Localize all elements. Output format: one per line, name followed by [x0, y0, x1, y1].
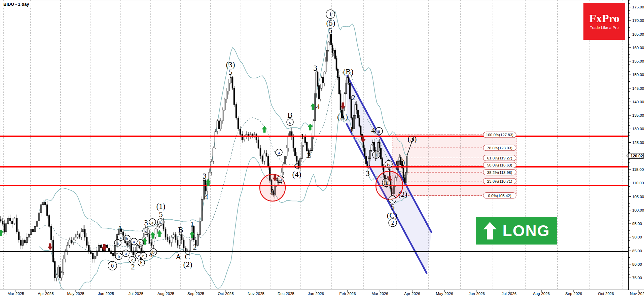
- bollinger-bands: [39, 11, 407, 292]
- circled-wave-label: c: [145, 229, 147, 234]
- time-tick-label: Oct-2026: [598, 292, 614, 296]
- fib-level-label: 78.6%(123.03): [487, 146, 512, 150]
- time-tick-label: Sep-2026: [565, 292, 582, 296]
- candle-body: [24, 240, 26, 243]
- wave-label: 1: [300, 132, 305, 141]
- time-tick-label: Mar-2026: [371, 292, 388, 296]
- candle-body: [69, 240, 70, 245]
- candle-body: [406, 156, 408, 172]
- buy-arrow-icon: [0, 229, 3, 236]
- candle-body: [42, 202, 44, 205]
- plot-frame: [0, 0, 629, 290]
- candle-body: [313, 121, 314, 137]
- time-tick-label: Feb-2026: [339, 292, 356, 296]
- candle-body: [284, 156, 286, 164]
- candle-body: [404, 178, 405, 183]
- candle-body: [355, 105, 356, 115]
- candle-body: [305, 137, 306, 142]
- candle-body: [169, 240, 170, 243]
- candle-body: [236, 105, 237, 118]
- candle-body: [357, 110, 359, 118]
- candle-body: [14, 218, 15, 224]
- candle-body: [373, 143, 375, 151]
- wave-label: 4: [204, 193, 208, 201]
- circled-wave-label: c: [160, 220, 162, 225]
- candle-body: [71, 240, 72, 243]
- candle-body: [86, 237, 87, 245]
- circled-wave-label: 0: [111, 263, 114, 269]
- candle-body: [94, 256, 96, 259]
- candle-body: [347, 77, 348, 83]
- circled-wave-label: c: [120, 235, 122, 240]
- candle-body: [179, 234, 180, 245]
- candle-body: [336, 59, 337, 69]
- candle-body: [240, 129, 241, 134]
- candle-body: [224, 99, 225, 110]
- price-tick-label: 110.00: [632, 181, 644, 185]
- circled-wave-label: a: [117, 240, 119, 246]
- time-tick-label: Dec-2025: [278, 292, 294, 296]
- sell-arrow-icon: [48, 244, 52, 250]
- time-tick-label: Aug-2025: [157, 292, 174, 296]
- candle-body: [220, 121, 221, 129]
- wave-label: 2: [193, 243, 197, 251]
- candle-body: [252, 134, 253, 136]
- candle-body: [314, 94, 316, 121]
- candle-body: [82, 229, 84, 232]
- wave-label: C: [185, 253, 190, 261]
- candle-body: [286, 148, 287, 156]
- price-tick-label: 145.00: [632, 86, 644, 90]
- wave-label: A: [176, 253, 181, 261]
- price-axis[interactable]: 75.0080.0085.0090.0095.00100.00105.00110…: [629, 0, 644, 298]
- candle-body: [333, 50, 334, 53]
- candle-body: [52, 240, 54, 261]
- candle-body: [228, 83, 229, 91]
- circled-wave-label: iii: [384, 180, 389, 186]
- wave-label: 2: [131, 263, 135, 271]
- candle-body: [129, 243, 130, 245]
- candle-body: [244, 137, 245, 140]
- wave-label: A: [270, 187, 276, 196]
- fib-level-label: 0.0%(105.42): [488, 194, 511, 198]
- wave-label: 5: [228, 68, 232, 76]
- fib-level-label: 50.0%(116.63): [487, 163, 512, 167]
- circled-wave-label: i: [375, 152, 377, 157]
- time-tick-label: May-2025: [67, 292, 84, 296]
- candle-body: [356, 105, 357, 110]
- candle-body: [151, 243, 152, 245]
- candle-body: [369, 151, 371, 159]
- time-axis[interactable]: Mar-2025Apr-2025May-2025Jun-2025Jul-2025…: [0, 290, 644, 298]
- price-chart[interactable]: 12345(1)BAC(2)1234(3)5B12C(4)A34(5)5(B)(…: [0, 0, 644, 298]
- wave-label: (1): [156, 202, 166, 211]
- candle-body: [222, 110, 223, 121]
- candle-body: [340, 94, 341, 110]
- price-axis-bg[interactable]: [629, 0, 644, 298]
- candle-body: [266, 153, 267, 156]
- chart-window: 12345(1)BAC(2)1234(3)5B12C(4)A34(5)5(B)(…: [0, 0, 644, 298]
- candle-body: [379, 143, 380, 148]
- candle-body: [344, 94, 345, 107]
- buy-arrow-icon: [150, 232, 155, 238]
- fib-level-label: 61.8%(119.27): [487, 156, 512, 160]
- wave-label: (B): [343, 68, 354, 76]
- circled-wave-label: a: [125, 251, 127, 256]
- candle-body: [403, 168, 404, 178]
- candle-body: [167, 237, 168, 240]
- wave-label: 4: [371, 126, 375, 135]
- candle-body: [38, 213, 40, 221]
- price-tick-label: 90.00: [632, 235, 642, 239]
- candle-body: [2, 221, 3, 224]
- candle-body: [242, 134, 243, 140]
- candle-body: [317, 72, 318, 85]
- time-tick-label: Sep-2025: [187, 292, 204, 296]
- wave-label: 5: [391, 203, 395, 211]
- candle-body: [73, 240, 74, 243]
- candle-body: [294, 148, 296, 156]
- up-arrow-icon: [483, 222, 497, 239]
- candle-body: [301, 145, 302, 159]
- circled-wave-label: c: [138, 253, 140, 258]
- circled-wave-label: a: [151, 220, 153, 225]
- wave-label: 2: [351, 94, 355, 102]
- candle-body: [36, 221, 38, 226]
- price-tick-label: 170.00: [632, 18, 644, 23]
